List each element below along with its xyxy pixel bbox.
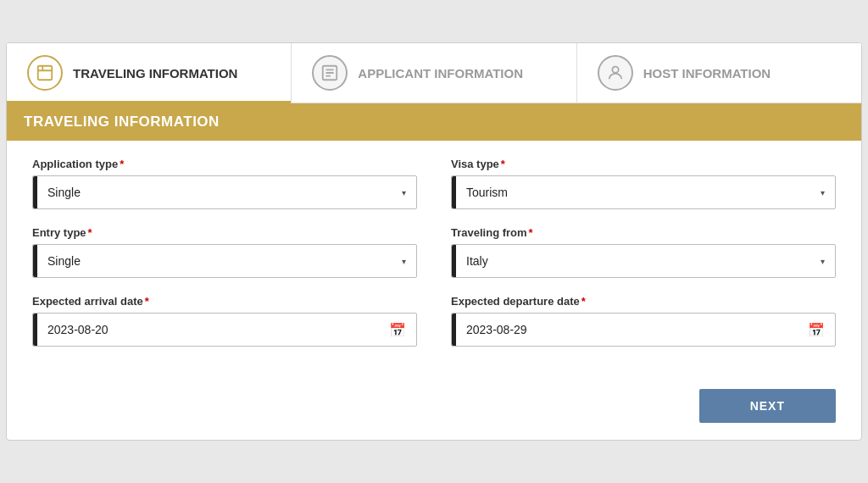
visa-type-label: Visa type* <box>451 158 836 170</box>
visa-type-arrow-icon: ▾ <box>810 188 835 197</box>
visa-type-group: Visa type* Tourism Business Student ▾ <box>451 158 836 209</box>
visa-type-select[interactable]: Tourism Business Student <box>456 179 810 206</box>
traveling-from-group: Traveling from* Italy France Germany Spa… <box>451 226 836 278</box>
section-header-text: TRAVELING INFORMATION <box>24 114 220 130</box>
entry-type-label: Entry type* <box>32 226 417 239</box>
tab-applicant-label: APPLICANT INFORMATION <box>358 66 523 80</box>
entry-type-group: Entry type* Single Multiple ▾ <box>32 226 417 278</box>
traveling-from-arrow-icon: ▾ <box>810 257 835 266</box>
svg-point-7 <box>612 67 618 73</box>
application-type-group: Application type* Single Multiple ▾ <box>32 158 417 209</box>
form-area: Application type* Single Multiple ▾ Visa… <box>7 141 861 380</box>
entry-type-select[interactable]: Single Multiple <box>37 247 392 275</box>
entry-type-arrow-icon: ▾ <box>392 257 416 266</box>
departure-date-wrapper: 📅 <box>451 313 836 347</box>
form-row-1: Application type* Single Multiple ▾ Visa… <box>32 158 836 209</box>
entry-type-select-wrapper: Single Multiple ▾ <box>32 244 417 278</box>
application-type-select-wrapper: Single Multiple ▾ <box>32 175 417 209</box>
svg-rect-0 <box>38 66 53 80</box>
tab-traveling[interactable]: TRAVELING INFORMATION <box>7 43 292 103</box>
departure-calendar-icon[interactable]: 📅 <box>798 322 835 338</box>
traveling-from-select-wrapper: Italy France Germany Spain ▾ <box>451 244 836 278</box>
tab-navigation: TRAVELING INFORMATION APPLICANT INFORMAT… <box>7 43 861 103</box>
traveling-from-select[interactable]: Italy France Germany Spain <box>456 247 810 275</box>
next-button[interactable]: NEXT <box>699 389 836 423</box>
tab-applicant[interactable]: APPLICANT INFORMATION <box>292 43 576 103</box>
form-row-3: Expected arrival date* 📅 Expected depart… <box>32 295 836 347</box>
departure-date-group: Expected departure date* 📅 <box>451 295 836 347</box>
arrival-date-group: Expected arrival date* 📅 <box>32 295 417 347</box>
visa-type-select-wrapper: Tourism Business Student ▾ <box>451 175 836 209</box>
tab-host-label: HOST INFORMATION <box>643 66 771 80</box>
content-area: TRAVELING INFORMATION Application type* … <box>7 103 861 440</box>
arrival-date-input[interactable] <box>37 316 379 343</box>
tab-host[interactable]: HOST INFORMATION <box>577 43 861 103</box>
arrival-date-wrapper: 📅 <box>32 313 417 347</box>
departure-date-input[interactable] <box>456 316 798 343</box>
application-type-select[interactable]: Single Multiple <box>37 179 392 206</box>
tab-traveling-label: TRAVELING INFORMATION <box>73 66 237 80</box>
application-type-label: Application type* <box>32 158 417 170</box>
traveling-icon <box>27 55 63 91</box>
host-icon <box>598 55 633 91</box>
traveling-from-label: Traveling from* <box>451 226 836 239</box>
section-header: TRAVELING INFORMATION <box>7 103 861 141</box>
form-footer: NEXT <box>7 380 861 440</box>
applicant-icon <box>312 55 348 91</box>
departure-date-label: Expected departure date* <box>451 295 836 308</box>
application-type-arrow-icon: ▾ <box>392 188 416 197</box>
arrival-date-label: Expected arrival date* <box>32 295 417 308</box>
form-row-2: Entry type* Single Multiple ▾ Traveling … <box>32 226 836 278</box>
arrival-calendar-icon[interactable]: 📅 <box>379 322 416 338</box>
